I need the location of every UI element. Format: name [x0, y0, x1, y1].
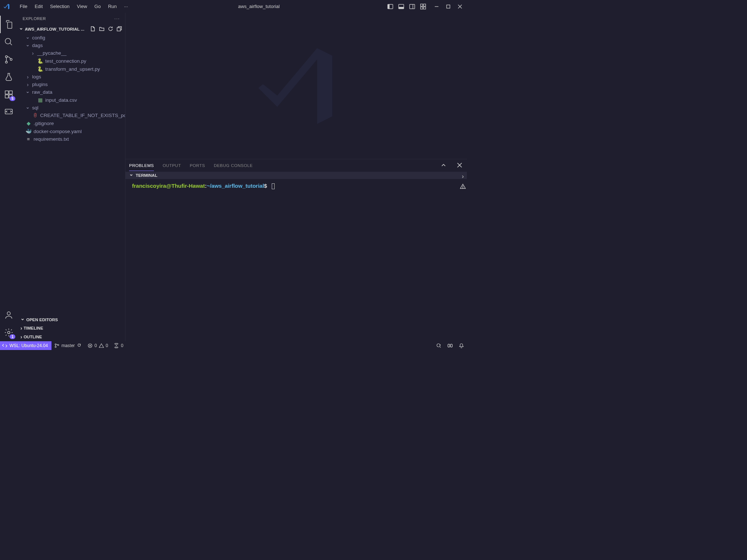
- activity-accounts[interactable]: [0, 306, 18, 324]
- sql-file-icon: 🛢: [33, 113, 38, 118]
- warning-icon[interactable]: [460, 183, 466, 191]
- svg-rect-19: [5, 91, 8, 94]
- file-test-connection[interactable]: 🐍test_connection.py: [18, 57, 125, 65]
- new-file-icon[interactable]: [90, 26, 96, 32]
- activity-testing[interactable]: [0, 68, 18, 86]
- svg-point-16: [5, 56, 7, 58]
- folder-logs[interactable]: logs: [18, 73, 125, 81]
- file-input-csv[interactable]: ▦input_data.csv: [18, 96, 125, 104]
- folder-pycache[interactable]: __pycache__: [18, 49, 125, 57]
- svg-rect-22: [9, 91, 12, 94]
- maximize-button[interactable]: [444, 3, 452, 11]
- svg-point-18: [10, 58, 12, 60]
- file-docker-compose[interactable]: 🐳docker-compose.yaml: [18, 127, 125, 135]
- panel-right-gutter: ›: [459, 172, 467, 191]
- tab-ports[interactable]: PORTS: [190, 160, 205, 171]
- menu-file[interactable]: File: [16, 1, 31, 11]
- chevron-right-icon: [26, 82, 30, 87]
- svg-rect-8: [421, 7, 423, 9]
- close-button[interactable]: [456, 3, 464, 11]
- status-feedback-icon[interactable]: [433, 343, 444, 348]
- folder-sql[interactable]: sql: [18, 104, 125, 112]
- toggle-panel-icon[interactable]: [397, 3, 405, 11]
- file-tree: config dags __pycache__ 🐍test_connection…: [18, 34, 125, 316]
- window-controls: [433, 3, 464, 11]
- explorer-header: EXPLORER ···: [18, 13, 125, 24]
- file-transform-upsert[interactable]: 🐍transform_and_upsert.py: [18, 65, 125, 73]
- terminal[interactable]: franciscoyira@Thufir-Hawat:~/aws_airflow…: [125, 179, 467, 341]
- project-name: AWS_AIRFLOW_TUTORIAL ...: [25, 27, 84, 31]
- menu-selection[interactable]: Selection: [46, 1, 73, 11]
- panel-maximize-icon[interactable]: [440, 163, 447, 168]
- svg-point-37: [116, 345, 117, 346]
- status-git-branch[interactable]: master: [51, 343, 85, 348]
- folder-raw-data[interactable]: raw_data: [18, 88, 125, 96]
- title-bar: File Edit Selection View Go Run ··· aws_…: [0, 0, 467, 13]
- terminal-cursor: [272, 183, 275, 189]
- menu-more[interactable]: ···: [120, 1, 132, 11]
- outline-section[interactable]: OUTLINE: [18, 332, 125, 341]
- activity-search[interactable]: [0, 33, 18, 51]
- toggle-secondary-sidebar-icon[interactable]: [408, 3, 416, 11]
- chevron-right-icon: [31, 51, 35, 56]
- chevron-down-icon: [129, 173, 133, 178]
- status-copilot-icon[interactable]: [444, 343, 456, 348]
- activity-remote-explorer[interactable]: [0, 103, 18, 121]
- timeline-section[interactable]: TIMELINE: [18, 324, 125, 332]
- folder-dags[interactable]: dags: [18, 42, 125, 49]
- chevron-right-icon: [20, 334, 22, 339]
- svg-line-39: [440, 347, 441, 348]
- svg-rect-26: [117, 28, 120, 31]
- toggle-primary-sidebar-icon[interactable]: [386, 3, 394, 11]
- menu-view[interactable]: View: [73, 1, 91, 11]
- file-gitignore[interactable]: ◆.gitignore: [18, 119, 125, 127]
- menu-bar: File Edit Selection View Go Run ···: [16, 1, 132, 11]
- panel-close-icon[interactable]: [456, 163, 463, 168]
- status-bell-icon[interactable]: [456, 343, 467, 348]
- menu-go[interactable]: Go: [91, 1, 104, 11]
- explorer-more-icon[interactable]: ···: [115, 16, 120, 21]
- folder-plugins[interactable]: plugins: [18, 81, 125, 88]
- activity-explorer[interactable]: [0, 16, 18, 33]
- branch-name: master: [61, 343, 75, 348]
- svg-point-17: [5, 61, 7, 63]
- collapse-all-icon[interactable]: [116, 26, 122, 32]
- terminal-prompt-path: ~/aws_airflow_tutorial: [207, 183, 264, 189]
- status-ports[interactable]: 0: [111, 343, 126, 348]
- text-file-icon: ≡: [26, 136, 31, 142]
- svg-rect-7: [423, 4, 426, 6]
- svg-point-31: [55, 344, 57, 345]
- extensions-badge: 5: [9, 96, 15, 101]
- warning-count: 0: [106, 343, 108, 348]
- tab-output[interactable]: OUTPUT: [163, 160, 181, 171]
- file-create-table-sql[interactable]: 🛢CREATE_TABLE_IF_NOT_EXISTS_pomo...: [18, 112, 125, 119]
- expand-right-icon[interactable]: ›: [462, 173, 464, 180]
- activity-source-control[interactable]: [0, 51, 18, 68]
- refresh-icon[interactable]: [108, 26, 113, 32]
- activity-extensions[interactable]: 5: [0, 86, 18, 103]
- settings-badge: 1: [9, 334, 15, 339]
- file-requirements[interactable]: ≡requirements.txt: [18, 135, 125, 143]
- activity-settings[interactable]: 1: [0, 324, 18, 341]
- svg-point-14: [5, 38, 11, 44]
- terminal-section-header[interactable]: TERMINAL: [125, 172, 467, 179]
- svg-rect-4: [410, 4, 415, 9]
- status-remote[interactable]: WSL: Ubuntu-24.04: [0, 341, 51, 350]
- folder-config[interactable]: config: [18, 34, 125, 42]
- tab-problems[interactable]: PROBLEMS: [129, 160, 154, 171]
- status-problems[interactable]: 0 0: [85, 343, 111, 348]
- chevron-down-icon: [20, 318, 25, 322]
- customize-layout-icon[interactable]: [419, 3, 427, 11]
- project-section-header[interactable]: AWS_AIRFLOW_TUTORIAL ...: [18, 24, 125, 34]
- menu-edit[interactable]: Edit: [31, 1, 46, 11]
- panel-tabs: PROBLEMS OUTPUT PORTS DEBUG CONSOLE: [125, 159, 467, 172]
- svg-point-30: [463, 188, 463, 188]
- menu-run[interactable]: Run: [104, 1, 120, 11]
- new-folder-icon[interactable]: [99, 26, 105, 32]
- svg-point-32: [55, 346, 57, 348]
- open-editors-section[interactable]: OPEN EDITORS: [18, 316, 125, 324]
- tab-debug-console[interactable]: DEBUG CONSOLE: [214, 160, 253, 171]
- svg-rect-3: [399, 7, 404, 9]
- minimize-button[interactable]: [433, 3, 441, 11]
- layout-buttons: [386, 3, 427, 11]
